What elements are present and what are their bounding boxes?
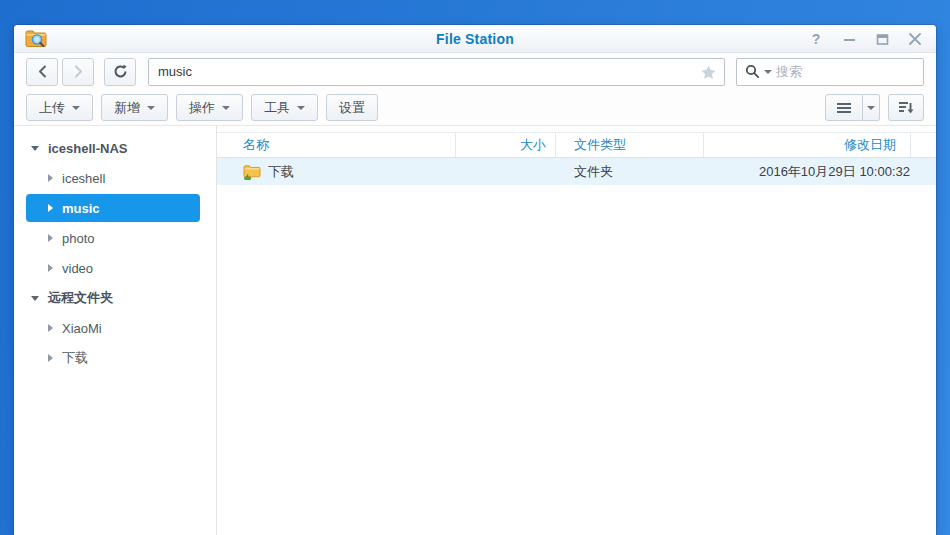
sidebar-item-music[interactable]: music [26, 194, 200, 222]
toolbar: 上传 新增 操作 工具 设置 [14, 90, 936, 126]
caret-down-icon [222, 106, 230, 110]
caret-down-icon [147, 106, 155, 110]
search-icon[interactable] [745, 64, 760, 79]
sidebar-item-label: XiaoMi [62, 321, 102, 336]
sidebar-item-label: video [62, 261, 93, 276]
sidebar-item-photo[interactable]: photo [14, 223, 216, 253]
file-list-header: 名称 大小 文件类型 修改日期 [217, 132, 936, 158]
column-header-modified[interactable]: 修改日期 [704, 133, 911, 157]
create-button[interactable]: 新增 [101, 94, 168, 121]
path-input[interactable] [149, 59, 724, 85]
column-header-gutter [911, 133, 936, 157]
address-bar [148, 58, 725, 86]
chevron-right-icon [48, 264, 53, 272]
view-mode-caret-button[interactable] [863, 94, 880, 121]
sidebar-item-label: iceshell [62, 171, 105, 186]
caret-down-icon [297, 106, 305, 110]
sidebar-section-nas[interactable]: iceshell-NAS [14, 133, 216, 163]
help-icon[interactable]: ? [809, 32, 823, 46]
file-type-cell: 文件夹 [556, 163, 704, 181]
favorite-star-icon[interactable] [700, 64, 717, 81]
file-name-label: 下载 [268, 163, 294, 181]
toolbar-right-group [825, 94, 924, 121]
column-header-type[interactable]: 文件类型 [556, 133, 704, 157]
action-button-label: 操作 [189, 99, 215, 117]
navigation-bar [14, 53, 936, 90]
sort-icon [898, 101, 914, 115]
sidebar-section-remote-folders[interactable]: 远程文件夹 [14, 283, 216, 313]
chevron-right-icon [73, 65, 84, 78]
column-header-name[interactable]: 名称 [217, 133, 456, 157]
section-label: 远程文件夹 [48, 289, 113, 307]
section-label: iceshell-NAS [48, 141, 127, 156]
sidebar-item-xiaomi[interactable]: XiaoMi [14, 313, 216, 343]
list-view-button[interactable] [825, 94, 863, 121]
sidebar-item-iceshell[interactable]: iceshell [14, 163, 216, 193]
file-name-cell: 下载 [217, 163, 556, 181]
sidebar: iceshell-NAS iceshell music photo video [14, 126, 217, 535]
chevron-down-icon [31, 296, 39, 301]
column-header-size[interactable]: 大小 [456, 133, 556, 157]
chevron-right-icon [48, 354, 53, 362]
close-icon[interactable] [908, 32, 922, 46]
refresh-icon [113, 64, 128, 79]
list-view-icon [836, 102, 852, 114]
maximize-icon[interactable] [875, 32, 889, 46]
file-list-panel: 名称 大小 文件类型 修改日期 下载 [217, 126, 936, 535]
chevron-down-icon [31, 146, 39, 151]
settings-button[interactable]: 设置 [326, 94, 378, 121]
refresh-button[interactable] [104, 58, 136, 86]
view-mode-split-button [825, 94, 880, 121]
forward-button[interactable] [62, 58, 94, 86]
file-modified-cell: 2016年10月29日 10:00:32 [704, 163, 936, 181]
caret-down-icon [72, 106, 80, 110]
network-folder-icon [243, 164, 261, 180]
back-button[interactable] [26, 58, 58, 86]
upload-button[interactable]: 上传 [26, 94, 93, 121]
settings-button-label: 设置 [339, 99, 365, 117]
action-button[interactable]: 操作 [176, 94, 243, 121]
search-box [736, 58, 924, 86]
chevron-right-icon [48, 234, 53, 242]
tools-button-label: 工具 [264, 99, 290, 117]
window-body: iceshell-NAS iceshell music photo video [14, 126, 936, 535]
window-controls: ? [809, 25, 922, 53]
tools-button[interactable]: 工具 [251, 94, 318, 121]
chevron-right-icon [48, 204, 53, 212]
title-bar: File Station ? [14, 25, 936, 53]
sidebar-item-download[interactable]: 下载 [14, 343, 216, 373]
upload-button-label: 上传 [39, 99, 65, 117]
desktop-background: File Station ? [0, 0, 950, 535]
sidebar-item-video[interactable]: video [14, 253, 216, 283]
file-station-window: File Station ? [14, 25, 936, 535]
sidebar-item-label: photo [62, 231, 95, 246]
chevron-right-icon [48, 174, 53, 182]
minimize-icon[interactable] [842, 32, 856, 46]
sort-button[interactable] [888, 94, 924, 121]
sidebar-item-label: music [62, 201, 100, 216]
table-row[interactable]: 下载 文件夹 2016年10月29日 10:00:32 [217, 158, 936, 185]
create-button-label: 新增 [114, 99, 140, 117]
chevron-right-icon [48, 324, 53, 332]
sidebar-item-label: 下载 [62, 349, 88, 367]
caret-down-icon [867, 106, 875, 110]
search-input[interactable] [776, 64, 915, 79]
chevron-left-icon [37, 65, 48, 78]
window-title: File Station [14, 31, 936, 47]
search-options-caret-icon[interactable] [764, 70, 772, 74]
